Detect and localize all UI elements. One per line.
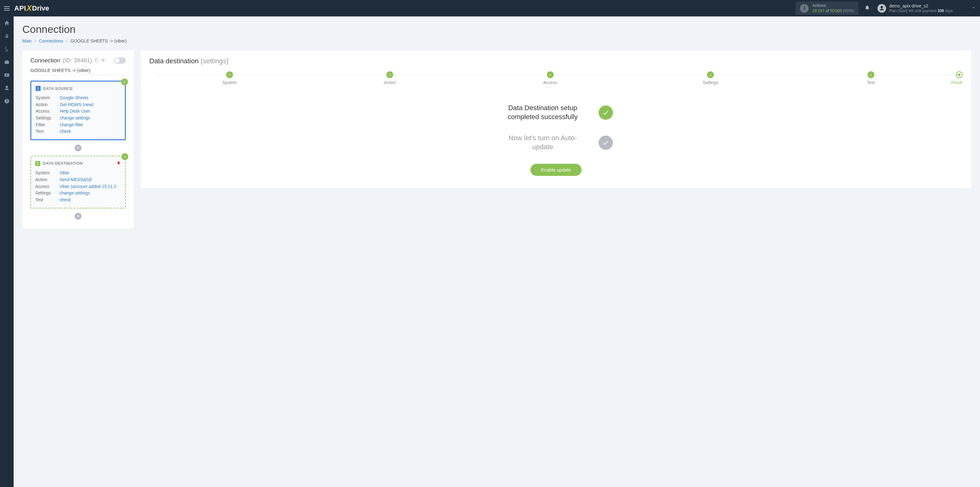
bell-icon[interactable] (864, 5, 870, 12)
connection-name: GOOGLE SHEETS -> (viber) (30, 68, 126, 75)
dest-title-sub: (settings) (200, 57, 228, 65)
src-system-link[interactable]: Google Sheets (60, 94, 89, 101)
rail-home-icon[interactable] (0, 16, 14, 29)
step-label: Settings (630, 80, 791, 85)
connection-id: (ID: 39481) (63, 57, 92, 64)
status-completed-text: Data Destination setup completed success… (500, 104, 586, 121)
breadcrumb-connections[interactable]: Connections (39, 38, 63, 43)
src-test-link[interactable]: check (60, 128, 71, 135)
data-destination-title: DATA DESTINATION (43, 161, 83, 166)
rail-user-icon[interactable] (0, 81, 14, 94)
step-dot-test[interactable] (867, 71, 874, 78)
data-source-block[interactable]: 1DATA SOURCE SystemGoogle Sheets ActionG… (30, 81, 126, 140)
rail-video-icon[interactable] (0, 69, 14, 81)
check-badge-green-icon (598, 105, 613, 120)
chevron-down-icon[interactable] (971, 6, 976, 11)
user-plan: Plan |Start| left until payment 339 days (889, 9, 953, 14)
enable-toggle[interactable] (114, 57, 126, 64)
logo[interactable]: APIXDrive (14, 3, 49, 13)
step-dot-access[interactable] (547, 71, 554, 78)
rail-dollar-icon[interactable] (0, 43, 14, 56)
actions-label: Actions: (812, 3, 854, 8)
info-icon: i (800, 4, 809, 13)
step-label: Test (791, 80, 951, 85)
dst-test-link[interactable]: check (59, 196, 71, 203)
stepper: System Action Access Settings Test Finis… (150, 71, 963, 85)
src-settings-link[interactable]: change settings (60, 115, 90, 121)
breadcrumb-current: GOOGLE SHEETS -> (viber) (71, 38, 127, 43)
actions-numbers: 25'187 of 50'000 (50%) (812, 8, 854, 14)
step-dot-settings[interactable] (707, 71, 714, 78)
dst-settings-link[interactable]: change settings (59, 190, 90, 196)
enable-update-button[interactable]: Enable update (530, 164, 582, 176)
left-rail (0, 16, 14, 236)
add-source-button[interactable]: + (75, 145, 81, 152)
trash-icon[interactable] (116, 161, 121, 166)
data-source-title: DATA SOURCE (43, 86, 73, 91)
user-avatar-icon (877, 4, 886, 13)
topbar: APIXDrive i Actions: 25'187 of 50'000 (5… (0, 0, 980, 16)
copy-icon[interactable] (94, 57, 99, 64)
connection-panel: Connection (ID: 39481) GOOGLE SHEETS -> … (22, 50, 134, 229)
check-icon (121, 78, 128, 85)
step-label: Access (470, 80, 630, 85)
dst-access-link[interactable]: Viber (account added 15.11.2 (59, 183, 116, 190)
gear-icon[interactable] (101, 57, 105, 64)
step-dot-finish[interactable] (956, 71, 963, 78)
status-autoupdate-text: Now let's turn on Auto-update (500, 134, 586, 152)
page-title: Connection (22, 23, 971, 35)
step-label: System (150, 80, 310, 85)
connection-panel-title: Connection (30, 57, 60, 64)
main-content: Connection Main / Connections / GOOGLE S… (14, 16, 980, 236)
breadcrumb-main[interactable]: Main (22, 38, 32, 43)
src-access-link[interactable]: Help Desk User (60, 108, 90, 115)
user-menu[interactable]: demo_apix-drive_s2 Plan |Start| left unt… (877, 3, 976, 14)
breadcrumb: Main / Connections / GOOGLE SHEETS -> (v… (22, 38, 971, 43)
dst-system-link[interactable]: Viber (59, 170, 69, 177)
rail-help-icon[interactable] (0, 94, 14, 108)
step-label: Action (310, 80, 470, 85)
step-label: Finish (951, 80, 963, 85)
rail-sitemap-icon[interactable] (0, 29, 14, 43)
src-filter-link[interactable]: change filter (60, 121, 83, 128)
data-destination-block[interactable]: 2DATA DESTINATION SystemViber ActionSend… (30, 156, 126, 208)
add-destination-button[interactable]: + (75, 213, 81, 220)
src-action-link[interactable]: Get ROWS (new) (60, 101, 94, 108)
step-dot-system[interactable] (226, 71, 233, 78)
destination-settings-panel: Data destination (settings) System Actio… (141, 50, 971, 188)
user-name: demo_apix-drive_s2 (889, 3, 953, 9)
dst-action-link[interactable]: Send MESSAGE (59, 177, 92, 183)
actions-counter[interactable]: i Actions: 25'187 of 50'000 (50%) (795, 2, 858, 15)
hamburger-menu[interactable] (0, 0, 14, 16)
dest-title: Data destination (150, 57, 199, 65)
step-dot-action[interactable] (387, 71, 393, 78)
rail-briefcase-icon[interactable] (0, 56, 14, 69)
check-badge-grey-icon (598, 136, 613, 150)
check-icon (121, 153, 128, 160)
